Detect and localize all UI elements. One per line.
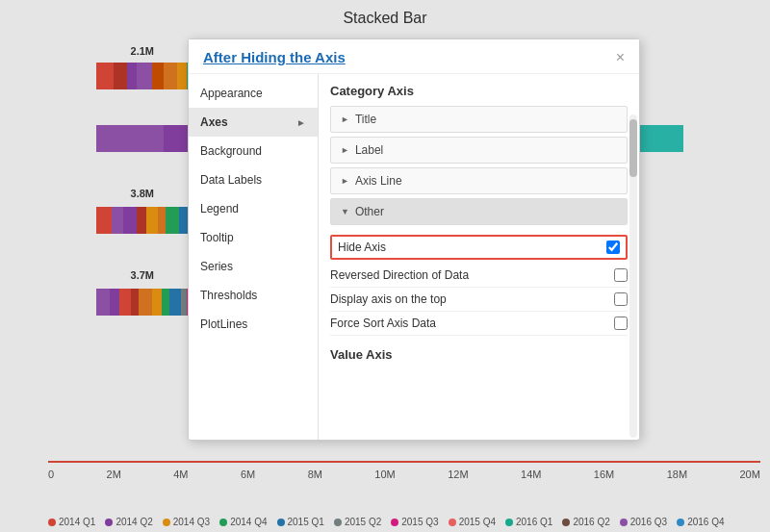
option-force-sort: Force Sort Axis Data xyxy=(330,312,628,336)
axes-arrow-icon: ► xyxy=(296,117,306,128)
sidebar-item-legend[interactable]: Legend xyxy=(189,194,318,223)
value-axis-title: Value Axis xyxy=(330,347,628,362)
sidebar-item-appearance[interactable]: Appearance xyxy=(189,79,318,108)
sidebar-item-tooltip-label: Tooltip xyxy=(200,231,234,244)
sidebar-item-axes[interactable]: Axes ► xyxy=(189,108,318,137)
sidebar-item-series-label: Series xyxy=(200,260,233,273)
sidebar-item-series[interactable]: Series xyxy=(189,252,318,281)
collapse-axisline-label: Axis Line xyxy=(355,174,402,188)
scroll-track[interactable] xyxy=(629,114,637,438)
modal-overlay: After Hiding the Axis × Appearance Axes … xyxy=(0,0,770,532)
hide-axis-checkbox[interactable] xyxy=(606,241,620,254)
sidebar-item-thresholds-label: Thresholds xyxy=(200,289,257,302)
collapse-other-header[interactable]: ▼ Other xyxy=(331,199,627,224)
option-force-sort-label: Force Sort Axis Data xyxy=(330,317,614,330)
collapse-other-arrow-icon: ▼ xyxy=(341,207,349,216)
collapse-other-label: Other xyxy=(355,205,384,218)
sidebar-item-axes-label: Axes xyxy=(200,115,228,129)
collapse-label-header[interactable]: ► Label xyxy=(331,138,627,163)
collapse-label-arrow-icon: ► xyxy=(341,145,349,155)
settings-modal: After Hiding the Axis × Appearance Axes … xyxy=(188,38,640,441)
category-axis-title: Category Axis xyxy=(330,84,628,98)
option-display-axis-top-label: Display axis on the top xyxy=(330,292,614,306)
modal-close-button[interactable]: × xyxy=(616,50,625,65)
modal-sidebar: Appearance Axes ► Background Data Labels… xyxy=(189,74,319,440)
collapse-label[interactable]: ► Label xyxy=(330,137,628,164)
sidebar-item-background[interactable]: Background xyxy=(189,137,318,165)
sidebar-item-thresholds[interactable]: Thresholds xyxy=(189,281,318,310)
reversed-direction-checkbox[interactable] xyxy=(614,268,628,282)
collapse-other[interactable]: ▼ Other xyxy=(330,198,628,225)
modal-body: Appearance Axes ► Background Data Labels… xyxy=(189,74,639,440)
force-sort-checkbox[interactable] xyxy=(614,317,628,330)
sidebar-item-datalabels-label: Data Labels xyxy=(200,173,262,187)
option-reversed-label: Reversed Direction of Data xyxy=(330,268,614,282)
display-axis-top-checkbox[interactable] xyxy=(614,292,628,306)
scroll-thumb[interactable] xyxy=(629,119,637,177)
option-hide-axis-label: Hide Axis xyxy=(338,241,606,254)
collapse-title-header[interactable]: ► Title xyxy=(331,107,627,132)
sidebar-item-tooltip[interactable]: Tooltip xyxy=(189,223,318,252)
option-reversed-direction: Reversed Direction of Data xyxy=(330,264,628,288)
collapse-axisline-arrow-icon: ► xyxy=(341,176,349,186)
options-section: Hide Axis Reversed Direction of Data Dis… xyxy=(330,235,628,336)
sidebar-item-appearance-label: Appearance xyxy=(200,87,263,100)
modal-header: After Hiding the Axis × xyxy=(189,39,639,74)
modal-title: After Hiding the Axis xyxy=(203,49,346,65)
modal-content-area: Category Axis ► Title ► Label xyxy=(319,74,639,440)
collapse-axisline[interactable]: ► Axis Line xyxy=(330,167,628,194)
collapse-axisline-header[interactable]: ► Axis Line xyxy=(331,168,627,193)
sidebar-item-plotlines-label: PlotLines xyxy=(200,317,247,331)
sidebar-item-datalabels[interactable]: Data Labels xyxy=(189,165,318,194)
collapse-title[interactable]: ► Title xyxy=(330,106,628,133)
collapse-label-text: Label xyxy=(355,143,383,157)
sidebar-item-background-label: Background xyxy=(200,144,262,158)
sidebar-item-plotlines[interactable]: PlotLines xyxy=(189,310,318,339)
option-hide-axis: Hide Axis xyxy=(330,235,628,260)
collapse-title-label: Title xyxy=(355,113,376,126)
option-display-axis-top: Display axis on the top xyxy=(330,288,628,312)
collapse-title-arrow-icon: ► xyxy=(341,114,349,124)
sidebar-item-legend-label: Legend xyxy=(200,202,239,215)
